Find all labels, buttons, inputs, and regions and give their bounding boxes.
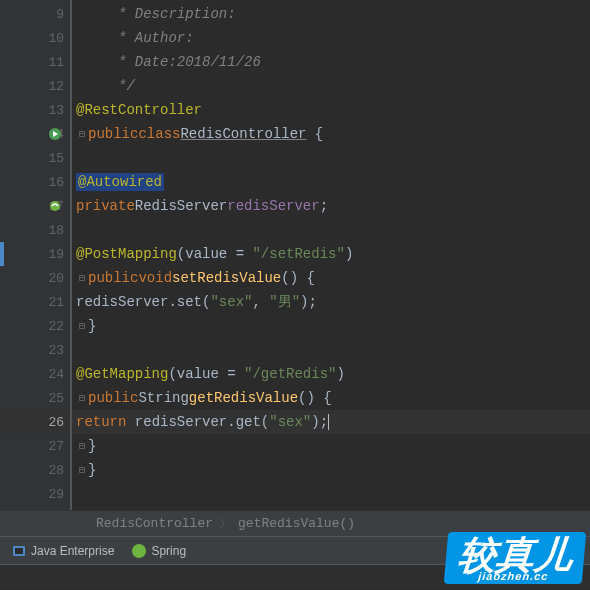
method-name: getRedisValue bbox=[189, 390, 298, 406]
method-name: setRedisValue bbox=[172, 270, 281, 286]
comment: */ bbox=[76, 78, 135, 94]
breadcrumb-method[interactable]: getRedisValue() bbox=[238, 516, 355, 531]
line-number: 26 bbox=[40, 415, 64, 430]
line-number: 27 bbox=[40, 439, 64, 454]
line-number: 20 bbox=[40, 271, 64, 286]
annotation: @RestController bbox=[76, 102, 202, 118]
line-number: 19 bbox=[40, 247, 64, 262]
annotation-autowired: @Autowired bbox=[76, 173, 164, 191]
comment: * Author: bbox=[76, 30, 194, 46]
gutter: 9 10 11 12 13 14 15 16 17 18 19 20 21 22… bbox=[0, 0, 72, 510]
line-number: 13 bbox=[40, 103, 64, 118]
line-number: 18 bbox=[40, 223, 64, 238]
fold-icon[interactable]: ⊟ bbox=[76, 440, 88, 452]
fold-icon[interactable]: ⊟ bbox=[76, 128, 88, 140]
fold-icon[interactable]: ⊟ bbox=[76, 464, 88, 476]
toolwin-java-enterprise[interactable]: Java Enterprise bbox=[12, 544, 114, 558]
svg-point-1 bbox=[50, 201, 60, 211]
comment: * Description: bbox=[76, 6, 236, 22]
toolwin-spring[interactable]: Spring bbox=[132, 544, 186, 558]
line-number: 24 bbox=[40, 367, 64, 382]
fold-icon[interactable]: ⊟ bbox=[76, 392, 88, 404]
line-number: 21 bbox=[40, 295, 64, 310]
editor-pane: 9 10 11 12 13 14 15 16 17 18 19 20 21 22… bbox=[0, 0, 590, 510]
code-area[interactable]: * Description: * Author: * Date:2018/11/… bbox=[72, 0, 590, 510]
line-number: 29 bbox=[40, 487, 64, 502]
java-icon bbox=[12, 544, 26, 558]
chevron-right-icon: 〉 bbox=[219, 515, 232, 533]
line-number: 12 bbox=[40, 79, 64, 94]
fold-icon[interactable]: ⊟ bbox=[76, 320, 88, 332]
line-number: 25 bbox=[40, 391, 64, 406]
watermark: 较真儿 jiaozhen.cc bbox=[444, 532, 587, 584]
line-number: 9 bbox=[40, 7, 64, 22]
line-number: 22 bbox=[40, 319, 64, 334]
line-number: 23 bbox=[40, 343, 64, 358]
svg-rect-3 bbox=[15, 548, 23, 554]
caret bbox=[328, 414, 329, 430]
line-number: 15 bbox=[40, 151, 64, 166]
run-gutter-icon[interactable] bbox=[48, 127, 62, 141]
line-number: 28 bbox=[40, 463, 64, 478]
bean-gutter-icon[interactable] bbox=[48, 199, 62, 213]
fold-icon[interactable]: ⊟ bbox=[76, 272, 88, 284]
change-marker bbox=[0, 242, 4, 266]
class-name: RedisController bbox=[180, 126, 306, 142]
comment: * Date:2018/11/26 bbox=[76, 54, 261, 70]
line-number: 11 bbox=[40, 55, 64, 70]
line-number: 16 bbox=[40, 175, 64, 190]
breadcrumb-class[interactable]: RedisController bbox=[96, 516, 213, 531]
spring-icon bbox=[132, 544, 146, 558]
line-number: 10 bbox=[40, 31, 64, 46]
